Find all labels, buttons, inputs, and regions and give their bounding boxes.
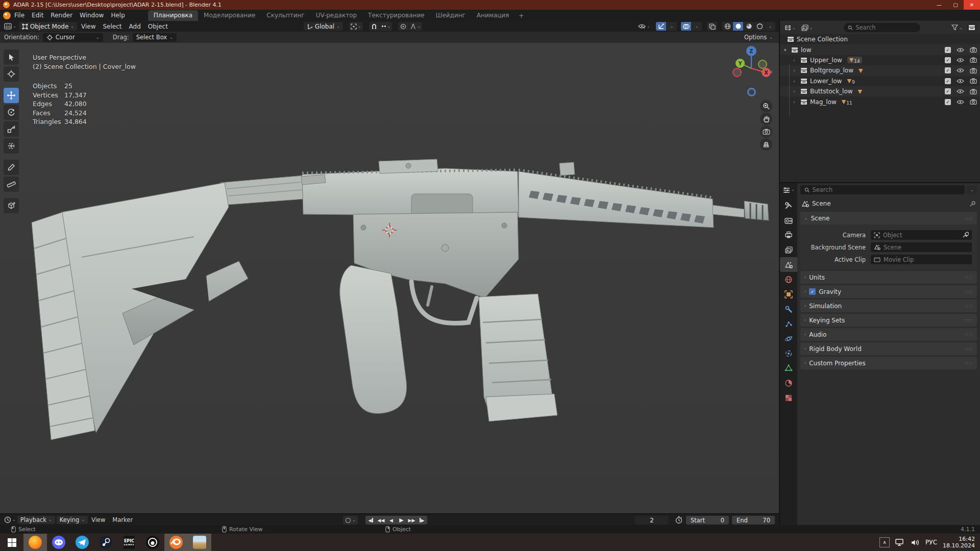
shading-rendered-button[interactable] <box>754 22 765 31</box>
properties-options-dropdown[interactable]: ⌄ <box>967 186 977 194</box>
new-collection-button[interactable] <box>967 23 977 32</box>
panel-drag-grip[interactable]: :::: <box>965 216 973 221</box>
proportional-editing-button[interactable] <box>398 22 408 31</box>
tab-animation[interactable]: Анимация <box>471 10 514 21</box>
menu-help[interactable]: Help <box>107 10 128 20</box>
tab-data-properties[interactable] <box>780 361 797 375</box>
menu-edit[interactable]: Edit <box>28 10 47 20</box>
hide-eye-icon[interactable] <box>957 58 964 63</box>
gizmo-dropdown[interactable]: ⌄ <box>667 22 677 31</box>
exclude-checkbox[interactable]: ✓ <box>945 57 951 63</box>
auto-keying-toggle[interactable]: ⌄ <box>343 516 358 524</box>
properties-search[interactable] <box>800 185 965 194</box>
expand-chevron-icon[interactable]: › <box>793 58 800 63</box>
shading-wireframe-button[interactable] <box>722 22 732 31</box>
tool-rotate[interactable] <box>4 105 19 120</box>
menu-window[interactable]: Window <box>76 10 107 20</box>
clock[interactable]: 16:42 18.10.2024 <box>943 536 975 549</box>
editor-type-button[interactable]: ⌄ <box>3 22 18 31</box>
tab-material-properties[interactable] <box>780 375 797 390</box>
exclude-checkbox[interactable]: ✓ <box>945 47 951 53</box>
panel-drag-grip[interactable]: :::: <box>965 275 973 280</box>
gravity-checkbox[interactable]: ✓ <box>809 288 816 295</box>
tool-scale[interactable] <box>4 121 19 137</box>
taskbar-steam[interactable] <box>94 534 117 551</box>
properties-search-input[interactable] <box>812 186 961 193</box>
pin-icon[interactable] <box>969 201 976 207</box>
hide-eye-icon[interactable] <box>957 89 964 94</box>
outliner-row-lower-low[interactable]: › Lower_low ▼9 ✓ <box>780 76 980 86</box>
gizmo-negative-z-ball[interactable] <box>747 88 756 96</box>
outliner-row-scene-collection[interactable]: Scene Collection <box>780 34 980 44</box>
outliner-row-buttstock-low[interactable]: › Buttstock_low ▼ ✓ <box>780 86 980 96</box>
taskbar-epic-games[interactable]: EPIC GAMES <box>117 534 141 551</box>
taskbar-firefox[interactable] <box>23 534 47 551</box>
tab-world-properties[interactable] <box>780 272 797 287</box>
tool-add-cube[interactable] <box>4 198 19 213</box>
tool-select-box[interactable] <box>4 49 19 65</box>
taskbar-ubisoft[interactable] <box>141 534 164 551</box>
show-hidden-icons-button[interactable]: ∧ <box>879 537 890 547</box>
exclude-checkbox[interactable]: ✓ <box>945 88 951 94</box>
timeline-menu-marker[interactable]: Marker <box>109 515 136 524</box>
menu-select[interactable]: Select <box>100 22 125 31</box>
tab-scene-properties[interactable] <box>780 257 797 272</box>
tab-texture-paint[interactable]: Текстурирование <box>362 10 430 21</box>
navigation-gizmo[interactable]: Z Y X <box>729 45 774 89</box>
options-dropdown[interactable]: Options ⌄ <box>744 34 773 41</box>
panel-drag-grip[interactable]: :::: <box>965 346 973 352</box>
3d-viewport[interactable]: User Perspective (2) Scene Collection | … <box>0 43 779 513</box>
pivot-point-button[interactable]: ⌄ <box>349 22 363 31</box>
hide-eye-icon[interactable] <box>957 47 964 53</box>
outliner-display-mode-dropdown[interactable]: ⌄ <box>783 23 797 32</box>
outliner-row-upper-low[interactable]: › Upper_low ▼14 ✓ <box>780 55 980 65</box>
play-reverse-button[interactable]: ◀ <box>386 516 396 524</box>
zoom-button[interactable] <box>760 100 772 112</box>
simulation-panel[interactable]: ›Simulation:::: <box>800 299 977 312</box>
tool-measure[interactable] <box>4 177 19 192</box>
keying-sets-panel[interactable]: ›Keying Sets:::: <box>800 314 977 327</box>
rifle-3d-model[interactable] <box>0 43 779 513</box>
panel-drag-grip[interactable]: :::: <box>965 318 973 323</box>
breadcrumb-scene[interactable]: Scene <box>812 200 831 207</box>
taskbar-blender[interactable] <box>164 534 188 551</box>
tab-object-properties[interactable] <box>780 287 797 302</box>
panel-drag-grip[interactable]: :::: <box>965 332 973 337</box>
hide-eye-icon[interactable] <box>957 68 964 73</box>
tab-render-properties[interactable] <box>780 213 797 228</box>
menu-view[interactable]: View <box>78 22 99 31</box>
tool-transform[interactable] <box>4 138 19 154</box>
start-button[interactable] <box>0 534 23 551</box>
active-clip-field[interactable]: Movie Clip <box>871 255 972 264</box>
panel-drag-grip[interactable]: :::: <box>965 361 973 366</box>
tab-modeling[interactable]: Моделирование <box>198 10 261 21</box>
render-camera-icon[interactable] <box>970 68 977 73</box>
tab-constraint-properties[interactable] <box>780 346 797 361</box>
tool-annotate[interactable] <box>4 160 19 175</box>
exclude-checkbox[interactable]: ✓ <box>945 78 951 84</box>
tab-particle-properties[interactable] <box>780 316 797 331</box>
snap-toggle-button[interactable] <box>369 22 379 31</box>
render-camera-icon[interactable] <box>970 47 977 53</box>
outliner-row-mag-low[interactable]: › Mag_low ▼11 ✓ <box>780 96 980 107</box>
expand-chevron-icon[interactable]: › <box>793 68 800 73</box>
expand-chevron-icon[interactable]: › <box>793 99 800 105</box>
rigid-body-world-panel[interactable]: ›Rigid Body World:::: <box>800 342 977 355</box>
outliner-filter-image-dropdown[interactable]: ⌄ <box>800 23 815 32</box>
render-camera-icon[interactable] <box>970 89 977 94</box>
taskbar-discord[interactable] <box>47 534 70 551</box>
overlays-dropdown[interactable]: ⌄ <box>692 22 702 31</box>
previous-keyframe-button[interactable]: ◀◀ <box>376 516 386 524</box>
outliner-filter-dropdown[interactable]: ⌄ <box>950 23 964 32</box>
show-overlays-toggle[interactable] <box>681 22 691 31</box>
units-panel[interactable]: ›Units:::: <box>800 271 977 284</box>
tab-viewlayer-properties[interactable] <box>780 242 797 257</box>
camera-view-button[interactable] <box>760 126 772 138</box>
tab-uv-editing[interactable]: UV-редактор <box>310 10 362 21</box>
exclude-checkbox[interactable]: ✓ <box>945 99 951 105</box>
network-icon[interactable] <box>895 538 905 546</box>
audio-panel[interactable]: ›Audio:::: <box>800 328 977 341</box>
tab-layout[interactable]: Планировка <box>148 10 198 21</box>
drag-mode-dropdown[interactable]: Select Box ⌄ <box>133 33 177 42</box>
render-camera-icon[interactable] <box>970 57 977 63</box>
